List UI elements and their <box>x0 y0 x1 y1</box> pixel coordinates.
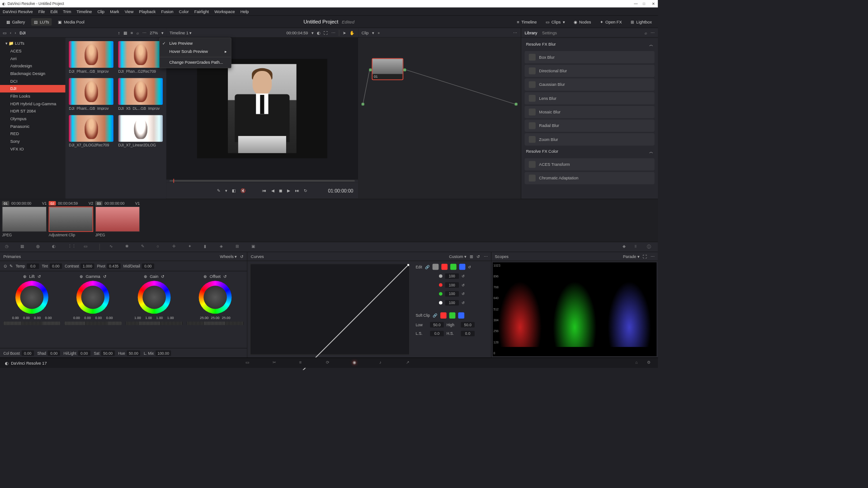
sizing-icon[interactable]: ⊞ <box>236 244 242 250</box>
reset-icon[interactable]: ↺ <box>161 274 165 279</box>
color-wheel[interactable] <box>76 281 109 314</box>
sc-b[interactable] <box>458 312 464 319</box>
options-icon[interactable]: ⋯ <box>484 254 488 259</box>
chan-b[interactable] <box>459 264 466 270</box>
scopes-mode[interactable]: Parade ▾ <box>623 254 639 259</box>
softclip-val[interactable]: 50.0 <box>430 322 443 328</box>
keyframes-icon[interactable]: ◆ <box>623 244 629 250</box>
viewer-scrubber[interactable] <box>166 179 358 183</box>
playhead-timecode[interactable]: 01:00:00:00 <box>328 188 353 193</box>
node-graph[interactable]: 01 <box>358 38 521 198</box>
rgb-mixer-icon[interactable]: ⋮⋮ <box>68 244 74 250</box>
color-page-icon[interactable]: ◉ <box>353 360 359 366</box>
3d-icon[interactable]: ▣ <box>251 244 258 250</box>
reset-icon[interactable]: ↺ <box>223 274 227 279</box>
tree-item[interactable]: RED <box>0 130 66 138</box>
color-wheel[interactable] <box>137 281 170 314</box>
tree-item[interactable]: DJI <box>0 85 66 93</box>
menu-edit[interactable]: Edit <box>51 9 58 14</box>
menu-clip[interactable]: Clip <box>98 9 105 14</box>
lut-thumbnail[interactable]: DJI_Phant...GB_Improv <box>69 78 113 110</box>
adjust-pivot[interactable]: Pivot0.435 <box>97 263 120 269</box>
chevron-down-icon[interactable]: ▾ <box>225 188 227 193</box>
reset-icon[interactable]: ↺ <box>462 300 465 305</box>
reset-icon[interactable]: ↺ <box>468 265 471 269</box>
scopes-icon[interactable]: ⫴ <box>635 244 641 250</box>
adjust-mid/detail[interactable]: Mid/Detail0.00 <box>123 263 154 269</box>
expand-icon[interactable]: ⛶ <box>324 30 328 35</box>
home-icon[interactable]: ⌂ <box>635 360 642 366</box>
motion-icon[interactable]: ▭ <box>84 244 90 250</box>
zoom-level[interactable]: 27% <box>150 30 158 35</box>
tracker-icon[interactable]: ✛ <box>172 244 179 250</box>
mute-icon[interactable]: 🔇 <box>241 188 245 193</box>
adjust-sat[interactable]: Sat50.00 <box>94 350 114 356</box>
magic-mask-icon[interactable]: ✦ <box>188 244 194 250</box>
chan-y[interactable] <box>433 264 439 270</box>
fx-item[interactable]: Radial Blur <box>524 120 654 132</box>
chan-g[interactable] <box>450 264 457 270</box>
menu-help[interactable]: Help <box>241 9 249 14</box>
lut-thumbnail[interactable]: DJI_Phant...GB_Improv <box>69 41 113 73</box>
back-icon[interactable]: ‹ <box>10 30 11 35</box>
options-icon[interactable]: ⋯ <box>513 30 517 35</box>
master-wheel[interactable] <box>187 322 244 325</box>
tree-item[interactable]: HDR Hybrid Log-Gamma <box>0 100 66 108</box>
fx-item[interactable]: ACES Transform <box>524 158 654 170</box>
sc-r[interactable] <box>440 312 447 319</box>
options-icon[interactable]: ⋯ <box>142 30 146 35</box>
luts-toggle[interactable]: ▤ LUTs <box>31 18 52 26</box>
tree-item[interactable]: Olympus <box>0 115 66 123</box>
lut-thumbnail[interactable]: DJI_Phan...G2Rec709 <box>118 41 163 73</box>
chevron-down-icon[interactable]: ▾ <box>311 30 314 35</box>
menu-playback[interactable]: Playback <box>139 9 156 14</box>
fx-item[interactable]: Chromatic Adaptation <box>524 172 654 184</box>
wheels-icon[interactable]: ◎ <box>36 244 42 250</box>
tree-item[interactable]: Astrodesign <box>0 62 66 70</box>
clips-toggle[interactable]: ▭ Clips ▾ <box>543 18 567 26</box>
picker-icon[interactable]: ✎ <box>9 263 13 268</box>
key-icon[interactable]: ◈ <box>220 244 226 250</box>
options-icon[interactable]: ⋯ <box>331 30 335 35</box>
lut-tree[interactable]: ▾ 📁 LUTs ACESArriAstrodesignBlackmagic D… <box>0 38 66 198</box>
maximize-button[interactable]: □ <box>643 2 647 6</box>
picker-icon[interactable]: ⊕ <box>203 274 207 279</box>
fx-item[interactable]: Box Blur <box>524 51 654 63</box>
adjust-colboost[interactable]: Col Boost0.00 <box>4 350 34 356</box>
media-page-icon[interactable]: ▭ <box>245 360 252 366</box>
tree-item[interactable]: DCI <box>0 77 66 85</box>
hdr-icon[interactable]: ◐ <box>52 244 58 250</box>
menu-item[interactable]: Hover Scrub Preview▸ <box>160 47 231 56</box>
lut-thumbnail[interactable]: DJI_X5_DL...GB_Improv <box>118 78 163 110</box>
corrector-node[interactable]: 01 <box>372 58 403 80</box>
graph-output[interactable] <box>515 103 518 105</box>
tree-root[interactable]: ▾ 📁 LUTs <box>0 40 66 47</box>
forward-icon[interactable]: › <box>15 30 16 35</box>
picker-icon[interactable]: ⊕ <box>80 274 83 279</box>
channel-intensity[interactable]: 100↺ <box>415 273 487 279</box>
master-wheel[interactable] <box>126 322 183 325</box>
highlight-icon[interactable]: ◐ <box>317 30 321 35</box>
openfx-toggle[interactable]: ✦ Open FX <box>597 18 625 26</box>
chevron-down-icon[interactable]: ▾ <box>161 30 164 35</box>
fx-item[interactable]: Zoom Blur <box>524 133 654 145</box>
menu-timeline[interactable]: Timeline <box>76 9 92 14</box>
sc-g[interactable] <box>449 312 455 319</box>
play-icon[interactable]: ▶ <box>287 188 290 193</box>
search-icon[interactable]: ⌕ <box>137 30 139 35</box>
menu-fusion[interactable]: Fusion <box>161 9 173 14</box>
menu-workspace[interactable]: Workspace <box>214 9 235 14</box>
tree-item[interactable]: Film Looks <box>0 93 66 100</box>
picker-icon[interactable]: ⊕ <box>144 274 147 279</box>
edit-page-icon[interactable]: ≡ <box>299 360 306 366</box>
timeline-clip[interactable]: 0300:00:00:00V1 JPEG <box>95 201 140 240</box>
grid-view-icon[interactable]: ▦ <box>123 30 127 35</box>
fx-item[interactable]: Lens Blur <box>524 92 654 104</box>
lut-thumbnail[interactable]: DJI_X7_Linear2DLOG <box>118 115 163 147</box>
sort-icon[interactable]: ↕ <box>118 30 120 35</box>
adjust-hue[interactable]: Hue50.00 <box>118 350 140 356</box>
softclip-val[interactable]: 0.0 <box>461 331 475 336</box>
menu-file[interactable]: File <box>38 9 45 14</box>
tree-item[interactable]: Sony <box>0 138 66 145</box>
menu-item[interactable]: Live Preview <box>160 39 231 47</box>
